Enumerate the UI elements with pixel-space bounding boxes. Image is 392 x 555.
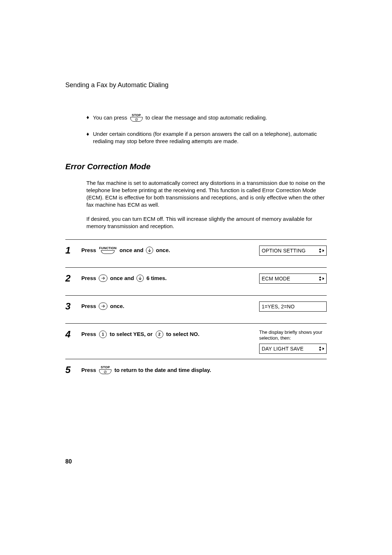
nav-arrows-icon (319, 248, 325, 254)
text-fragment: You can press (93, 114, 129, 121)
text-fragment: once and (110, 275, 135, 281)
bullet-item: ♦ Under certain conditions (for example … (86, 130, 327, 145)
steps-list: 1 Press FUNCTION once and once. OPTION S… (65, 239, 327, 387)
step-row: 5 Press STOP to return to the date and t… (65, 359, 327, 387)
key-label: FUNCTION (99, 246, 117, 251)
svg-marker-3 (319, 251, 321, 253)
text-fragment: to return to the date and time display. (114, 366, 211, 373)
key-label: STOP (101, 365, 110, 370)
lcd-display: OPTION SETTING (259, 246, 327, 256)
svg-marker-6 (319, 279, 321, 281)
step-number: 3 (65, 301, 81, 311)
page-header: Sending a Fax by Automatic Dialing (65, 81, 327, 89)
display-note: The display briefly shows your selection… (259, 329, 327, 341)
text-fragment: once. (110, 303, 124, 309)
step-instruction: Press 1 to select YES, or 2 to select NO… (81, 329, 259, 339)
key-cap (130, 117, 143, 122)
text-fragment: to clear the message and stop automatic … (146, 114, 267, 121)
section-heading: Error Correction Mode (65, 162, 327, 171)
key-cap (101, 250, 115, 254)
step-number: 1 (65, 245, 81, 255)
text-fragment: to select NO. (166, 331, 200, 337)
bullet-item: ♦ You can press STOP to clear the messag… (86, 114, 327, 122)
step-row: 2 Press once and 6 times. ECM MODE (65, 268, 327, 296)
svg-marker-9 (319, 349, 321, 351)
lcd-display: 1=YES, 2=NO (259, 301, 327, 312)
step-instruction: Press FUNCTION once and once. (81, 245, 259, 255)
step-display (259, 364, 327, 365)
stop-key-icon: STOP (130, 113, 143, 122)
stop-key-icon: STOP (99, 365, 111, 374)
down-arrow-key-icon (136, 275, 144, 282)
nav-arrows-icon (319, 276, 325, 281)
step-number: 5 (65, 364, 81, 374)
svg-marker-2 (319, 248, 321, 250)
lcd-display: DAY LIGHT SAVE (259, 344, 327, 354)
paragraph: If desired, you can turn ECM off. This w… (86, 215, 327, 230)
text-fragment: once and (119, 247, 145, 253)
function-key-icon: FUNCTION (99, 246, 117, 254)
step-number: 2 (65, 273, 81, 283)
paragraph: The fax machine is set to automatically … (86, 179, 327, 209)
section-body: The fax machine is set to automatically … (86, 179, 327, 230)
lcd-text: OPTION SETTING (262, 248, 306, 254)
text-fragment: Press (81, 366, 98, 373)
lcd-display: ECM MODE (259, 274, 327, 284)
svg-marker-7 (323, 277, 324, 280)
svg-marker-8 (319, 346, 321, 348)
diamond-bullet-icon: ♦ (86, 130, 93, 145)
lcd-text: DAY LIGHT SAVE (262, 346, 303, 352)
svg-line-1 (136, 119, 137, 120)
right-arrow-key-icon (99, 303, 107, 310)
nav-arrows-icon (319, 346, 325, 352)
text-fragment: 6 times. (146, 275, 167, 281)
svg-line-12 (105, 371, 106, 373)
step-display: The display briefly shows your selection… (259, 329, 327, 354)
step-row: 1 Press FUNCTION once and once. OPTION S… (65, 240, 327, 268)
down-arrow-key-icon (146, 247, 153, 254)
page-number: 80 (65, 458, 72, 465)
right-arrow-key-icon (99, 275, 107, 282)
bullet-text: Under certain conditions (for example if… (93, 130, 327, 145)
step-row: 4 Press 1 to select YES, or 2 to select … (65, 324, 327, 359)
text-fragment: once. (156, 247, 170, 253)
text-fragment: Press (81, 247, 98, 253)
key-cap (99, 369, 111, 374)
step-instruction: Press once and 6 times. (81, 273, 259, 283)
step-instruction: Press once. (81, 301, 259, 311)
lcd-text: 1=YES, 2=NO (262, 304, 295, 309)
bullet-text: You can press STOP to clear the message … (93, 114, 327, 122)
step-number: 4 (65, 329, 81, 339)
bullet-list: ♦ You can press STOP to clear the messag… (86, 114, 327, 145)
step-display: 1=YES, 2=NO (259, 301, 327, 312)
one-key-icon: 1 (99, 331, 107, 338)
two-key-icon: 2 (156, 331, 163, 338)
svg-marker-4 (323, 249, 324, 252)
diamond-bullet-icon: ♦ (86, 114, 93, 122)
page-content: Sending a Fax by Automatic Dialing ♦ You… (65, 81, 327, 387)
step-row: 3 Press once. 1=YES, 2=NO (65, 296, 327, 324)
svg-marker-10 (323, 347, 324, 350)
step-display: OPTION SETTING (259, 245, 327, 256)
text-fragment: Press (81, 303, 98, 309)
text-fragment: Press (81, 331, 98, 337)
text-fragment: to select YES, or (110, 331, 154, 337)
svg-marker-5 (319, 276, 321, 278)
step-display: ECM MODE (259, 273, 327, 284)
lcd-text: ECM MODE (262, 276, 290, 281)
step-instruction: Press STOP to return to the date and tim… (81, 364, 259, 375)
text-fragment: Press (81, 275, 98, 281)
